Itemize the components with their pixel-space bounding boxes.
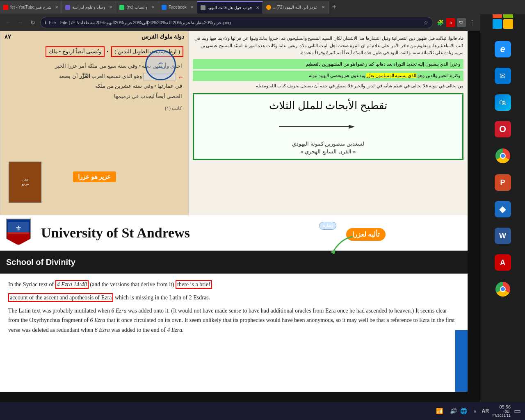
facebook-favicon (162, 5, 167, 10)
tray-icon-1[interactable]: 🔊 (450, 407, 458, 415)
opera-icon: O (495, 121, 511, 137)
wisaya-favicon (65, 5, 70, 10)
language-indicator[interactable]: AR (482, 408, 489, 414)
chrome-icon (495, 148, 510, 163)
book-author: لسعدبن منصوربن كمونة اليهودي (198, 141, 458, 147)
page-header: دولة ملوك الفرس ٨٧ (0, 31, 188, 42)
clock-day: الثلاء (492, 409, 511, 413)
green-block-1: وعزرا الذي ينسبون إليه تجديد التوراة بعد… (193, 59, 463, 70)
red-box-ariyokh: ويُستى أيضاً اريوخ • ملك (46, 46, 105, 57)
mail-icon: ✉ (495, 68, 511, 84)
tab-whatsapp[interactable]: واتساب (٢٤) ✕ (116, 1, 158, 14)
sidebar-app-chrome[interactable] (486, 144, 519, 168)
acrobat-icon: A (495, 254, 511, 271)
tab-facebook-close[interactable]: ✕ (190, 5, 194, 9)
university-header: ⚜ University of St Andrews (0, 215, 468, 251)
school-name: School of Divinity (6, 258, 75, 267)
calligraphy-arrow (267, 116, 390, 137)
win-logo-blue (493, 19, 502, 29)
cube-icon: ◆ (495, 201, 511, 217)
school-arrow (84, 254, 94, 270)
forward-button[interactable]: → (16, 18, 25, 27)
browser-tab-bar[interactable]: شرح فسfet - YouTube ✕ وصايا وعلوم لدراسة… (0, 0, 525, 14)
speech-bubble: إشارة (319, 222, 336, 230)
tab-whatsapp-label: واتساب (٢٤) (126, 5, 147, 9)
tab-jawab-close[interactable]: ✕ (256, 5, 259, 10)
address-bar-row: ← → ↻ ℹ File File | /‎E:/عزير%20مقارنة/ع… (0, 14, 480, 31)
main-content-area: دولة ملوك الفرس ٨٧ ( ارطحششت الطويل اليد… (0, 31, 480, 402)
tab-facebook-label: Facebook (169, 5, 187, 9)
manuscript-page: دولة ملوك الفرس ٨٧ ( ارطحششت الطويل اليد… (0, 31, 189, 215)
svg-marker-2 (330, 250, 336, 254)
sidebar-app-email[interactable]: ✉ (486, 64, 519, 88)
svg-marker-1 (349, 125, 355, 129)
blue-scroll-indicator[interactable] (455, 330, 468, 392)
store-icon: 🛍 (495, 94, 511, 111)
system-tray: 🔊 🌐 (450, 407, 468, 415)
back-button[interactable]: ← (3, 18, 13, 27)
address-field[interactable]: ℹ File File | /‎E:/عزير%20مقارنة/عزير%20… (40, 17, 433, 28)
tab-aziz-label: عزيز ابن الله اليهود (72)... (273, 5, 318, 9)
show-desktop-button[interactable]: ▭ (514, 406, 521, 415)
university-section: ⚜ University of St Andrews School of Div… (0, 215, 468, 392)
university-logo: ⚜ (6, 219, 35, 247)
chrome2-icon (495, 282, 510, 297)
clock-time: 05:56 (492, 404, 511, 409)
jawab-favicon (201, 5, 205, 10)
tab-whatsapp-close[interactable]: ✕ (151, 5, 155, 9)
refresh-button[interactable]: ↻ (28, 18, 38, 27)
book-title-calligraphy: تقطيح الأبحاث للملل الثلاث (198, 98, 458, 113)
account-apotheosis-box: account of the ascent and apotheosis of … (8, 293, 113, 302)
official-seal: ختم رسمي (145, 50, 176, 80)
clock-date: 2021/11/٢٦ (492, 413, 511, 418)
orange-label-aziz: عزير هو عزرا (73, 171, 116, 182)
there-is-brief-box: there is a brief (176, 280, 212, 289)
orange-callout-container: تأليه لعزرا (346, 228, 386, 241)
sidebar-app-store[interactable]: 🛍 (486, 90, 519, 115)
callout-arrow (328, 235, 361, 257)
sidebar-app-chrome2[interactable] (486, 277, 519, 301)
sidebar-app-acrobat[interactable]: A (486, 250, 519, 275)
arabic-document: دولة ملوك الفرس ٨٧ ( ارطحششت الطويل اليد… (0, 31, 468, 215)
tab-aziz-close[interactable]: ✕ (322, 5, 325, 9)
tray-expand[interactable]: ∧ (473, 409, 477, 414)
sidebar-app-ie[interactable]: e (486, 37, 519, 62)
tab-youtube-close[interactable]: ✕ (55, 5, 58, 9)
sidebar-app-cube[interactable]: ◆ (486, 197, 519, 221)
sidebar-app-word[interactable]: W (486, 224, 519, 248)
tab-wisaya[interactable]: وصايا وعلوم لدراسة ✕ (62, 1, 116, 14)
green-block-2: وكثرة التعبير والدين وهو الذي يسميه المس… (193, 71, 463, 81)
university-name: University of St Andrews (41, 225, 190, 241)
youtube-favicon (3, 5, 8, 10)
tray-icon-2[interactable]: 🌐 (460, 407, 468, 415)
page-title-left: دولة ملوك الفرس (142, 33, 184, 40)
network-icon[interactable]: 📶 (436, 408, 443, 414)
security-icon[interactable]: 🛡 (457, 18, 466, 27)
bing-icon[interactable]: b (446, 18, 455, 27)
extensions-icon[interactable]: 🧩 (436, 18, 445, 27)
whatsapp-favicon (119, 5, 124, 10)
sidebar-app-powerpoint[interactable]: P (486, 170, 519, 195)
taskbar-bottom: 📶 🔊 🌐 ∧ AR 05:56 الثلاء 2021/11/٢٦ ▭ (0, 402, 525, 420)
powerpoint-icon: P (495, 174, 511, 191)
address-url: File | /‎E:/عزير%20مقارنة/عزير%20الله%20… (60, 20, 421, 25)
tab-jawab[interactable]: جواب حول هل قالت اليهو... ✕ (197, 1, 263, 14)
tab-jawab-label: جواب حول هل قالت اليهو... (208, 5, 252, 10)
book-century: » القرن السابع الهجري « (198, 148, 458, 155)
time-display: 05:56 الثلاء 2021/11/٢٦ (492, 404, 511, 418)
book-cover-display: تقطيح الأبحاث للملل الثلاث لسعدبن منصورب… (193, 93, 463, 160)
tab-aziz[interactable]: عزيز ابن الله اليهود (72)... ✕ (263, 1, 329, 14)
lock-icon: ℹ (45, 20, 46, 25)
sidebar-app-opera[interactable]: O (486, 117, 519, 142)
tab-youtube[interactable]: شرح فسfet - YouTube ✕ (0, 1, 62, 14)
win-logo-yellow (503, 19, 513, 29)
bookmark-icon[interactable]: ☆ (423, 19, 429, 26)
tab-wisaya-close[interactable]: ✕ (109, 5, 112, 9)
school-bar: School of Divinity تأليه لعزرا إشارة (0, 251, 468, 274)
right-page-top-text: قاد قالوا: تبدّلت قبل ظهور دين النصرانية… (193, 35, 463, 57)
new-tab-button[interactable]: + (329, 2, 340, 13)
tab-facebook[interactable]: Facebook ✕ (158, 1, 197, 14)
toolbar-icons: 🧩 b 🛡 ⋮ (436, 18, 477, 27)
menu-icon[interactable]: ⋮ (468, 18, 477, 27)
paragraph-3: The Latin text was probably mutilated wh… (8, 306, 459, 335)
